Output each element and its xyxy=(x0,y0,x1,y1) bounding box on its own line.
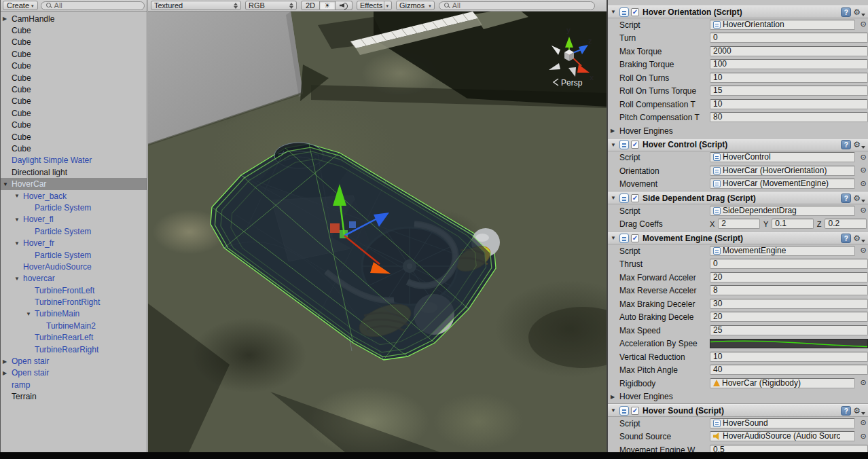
hierarchy-item-cube[interactable]: Cube xyxy=(1,37,147,48)
toggle-2d-button[interactable]: 2D xyxy=(301,1,320,10)
gear-icon[interactable]: ⚙ xyxy=(853,194,865,202)
hierarchy-item-cube[interactable]: Cube xyxy=(1,60,147,72)
foldout-open-icon[interactable]: ▼ xyxy=(26,311,35,317)
component-header[interactable]: ▼ ✓ Hover Orientation (Script) ? ⚙ xyxy=(608,5,868,18)
foldout-open-icon[interactable]: ▼ xyxy=(14,217,23,223)
object-field[interactable]: HoverCar (Rigidbody) xyxy=(710,378,855,388)
hierarchy-item-turbinefrontleft[interactable]: TurbineFrontLeft xyxy=(1,284,147,296)
hierarchy-item-turbinefrontright[interactable]: TurbineFrontRight xyxy=(1,296,147,308)
object-field[interactable]: HoverCar (HoverOrientation) xyxy=(710,166,855,176)
number-field[interactable]: 30 xyxy=(710,299,868,309)
foldout-open-icon[interactable]: ▼ xyxy=(611,235,617,241)
component-header[interactable]: ▼ ✓ Hover Control (Script) ? ⚙ xyxy=(608,139,868,151)
object-field[interactable]: HoverSound xyxy=(710,418,855,428)
cube-object[interactable] xyxy=(148,12,329,145)
gear-icon[interactable]: ⚙ xyxy=(853,234,865,242)
vector-y-field[interactable]: 0.1 xyxy=(772,219,814,229)
help-icon[interactable]: ? xyxy=(841,7,851,17)
enabled-checkbox[interactable]: ✓ xyxy=(631,8,639,16)
component-header[interactable]: ▼ ✓ Movement Engine (Script) ? ⚙ xyxy=(608,232,868,244)
foldout-open-icon[interactable]: ▼ xyxy=(611,9,617,15)
foldout-closed-icon[interactable]: ▶ xyxy=(3,16,12,22)
hierarchy-item-cube[interactable]: Cube xyxy=(1,120,147,131)
hierarchy-item-hoveraudiosource[interactable]: HoverAudioSource xyxy=(1,261,147,272)
gizmos-dropdown[interactable]: Gizmos ▾ xyxy=(396,1,435,10)
help-icon[interactable]: ? xyxy=(841,140,851,149)
object-picker-icon[interactable]: ⊙ xyxy=(859,246,867,255)
help-icon[interactable]: ? xyxy=(841,234,851,243)
object-picker-icon[interactable]: ⊙ xyxy=(859,20,867,29)
foldout-closed-icon[interactable]: ▶ xyxy=(3,370,12,376)
gear-icon[interactable]: ⚙ xyxy=(853,141,865,149)
number-field[interactable]: 10 xyxy=(710,352,868,362)
hierarchy-item-hovercar[interactable]: ▼HoverCar xyxy=(1,178,147,189)
help-icon[interactable]: ? xyxy=(841,194,851,203)
hierarchy-search-input[interactable]: All xyxy=(41,1,145,10)
hierarchy-item-turbinerearright[interactable]: TurbineRearRight xyxy=(1,344,147,355)
object-field[interactable]: MovementEngine xyxy=(710,246,855,256)
number-field[interactable]: 10 xyxy=(710,73,868,83)
projection-label[interactable]: Persp xyxy=(561,78,583,88)
enabled-checkbox[interactable]: ✓ xyxy=(631,194,639,202)
hierarchy-item-camhandle[interactable]: ▶CamHandle xyxy=(1,13,147,24)
hierarchy-item-hovercar-model[interactable]: ▼hovercar xyxy=(1,273,147,284)
number-field[interactable]: 2000 xyxy=(710,46,868,56)
create-button[interactable]: Create ▾ xyxy=(3,1,38,10)
hierarchy-item-open-stair[interactable]: ▶Open stair xyxy=(1,367,147,379)
gear-icon[interactable]: ⚙ xyxy=(853,407,865,415)
number-field[interactable]: 10 xyxy=(710,99,868,109)
color-mode-dropdown[interactable]: RGB xyxy=(245,1,297,10)
object-field[interactable]: HoverAudioSource (Audio Sourc xyxy=(710,431,855,441)
number-field[interactable]: 40 xyxy=(710,365,868,375)
number-field[interactable]: 0 xyxy=(710,33,868,43)
number-field[interactable]: 20 xyxy=(710,272,868,282)
foldout-open-icon[interactable]: ▼ xyxy=(14,193,23,199)
hierarchy-item-cube[interactable]: Cube xyxy=(1,24,147,36)
hierarchy-item-terrain[interactable]: Terrain xyxy=(1,391,147,403)
hierarchy-item-ramp[interactable]: ramp xyxy=(1,379,147,390)
number-field[interactable]: 8 xyxy=(710,285,868,295)
number-field[interactable]: 80 xyxy=(710,112,868,122)
number-field[interactable]: 20 xyxy=(710,312,868,322)
hierarchy-item-turbinerearleft[interactable]: TurbineRearLeft xyxy=(1,332,147,344)
scene-viewport[interactable]: y z x Persp xyxy=(148,12,607,452)
hierarchy-item-cube[interactable]: Cube xyxy=(1,143,147,154)
object-picker-icon[interactable]: ⊙ xyxy=(859,432,867,441)
object-picker-icon[interactable]: ⊙ xyxy=(859,378,867,387)
hierarchy-item-turbinemain[interactable]: ▼TurbineMain xyxy=(1,308,147,320)
hierarchy-item-cube[interactable]: Cube xyxy=(1,96,147,107)
vector-z-field[interactable]: 0.2 xyxy=(825,219,867,229)
enabled-checkbox[interactable]: ✓ xyxy=(631,234,639,242)
scene-search-input[interactable]: All xyxy=(439,1,595,10)
foldout-open-icon[interactable]: ▼ xyxy=(611,407,617,414)
object-field[interactable]: HoverCar (MovementEngine) xyxy=(710,179,855,189)
number-field[interactable]: 0 xyxy=(710,259,868,269)
object-field[interactable]: HoverOrientation xyxy=(710,20,855,30)
hierarchy-item-turbinemain2[interactable]: TurbineMain2 xyxy=(1,320,147,331)
object-picker-icon[interactable]: ⊙ xyxy=(859,179,867,188)
foldout-open-icon[interactable]: ▼ xyxy=(14,240,23,246)
object-picker-icon[interactable]: ⊙ xyxy=(859,418,867,427)
hovercar-object[interactable] xyxy=(211,143,500,360)
component-header[interactable]: ▼ ✓ Side Dependent Drag (Script) ? ⚙ xyxy=(608,191,868,204)
hierarchy-item-hover-fl[interactable]: ▼Hover_fl xyxy=(1,214,147,225)
hierarchy-item-open-stair[interactable]: ▶Open stair xyxy=(1,355,147,367)
enabled-checkbox[interactable]: ✓ xyxy=(631,407,639,415)
effects-dropdown[interactable]: Effects ▾ xyxy=(357,1,392,10)
scene-lighting-button[interactable]: ☀ xyxy=(320,1,336,10)
hierarchy-item-cube[interactable]: Cube xyxy=(1,107,147,119)
hierarchy-item-particle-system[interactable]: Particle System xyxy=(1,249,147,261)
number-field[interactable]: 100 xyxy=(710,59,868,69)
gear-icon[interactable]: ⚙ xyxy=(853,8,865,16)
enabled-checkbox[interactable]: ✓ xyxy=(631,141,639,149)
foldout-open-icon[interactable]: ▼ xyxy=(611,195,617,201)
help-icon[interactable]: ? xyxy=(841,406,851,416)
hierarchy-item-cube[interactable]: Cube xyxy=(1,72,147,84)
vector-x-field[interactable]: 2 xyxy=(718,219,760,229)
foldout-closed-icon[interactable]: ▶ xyxy=(3,359,12,365)
foldout-open-icon[interactable]: ▼ xyxy=(611,142,617,148)
object-field[interactable]: HoverControl xyxy=(710,152,855,162)
number-field[interactable]: 15 xyxy=(710,86,868,96)
number-field[interactable]: 25 xyxy=(710,325,868,335)
hierarchy-item-cube[interactable]: Cube xyxy=(1,84,147,95)
